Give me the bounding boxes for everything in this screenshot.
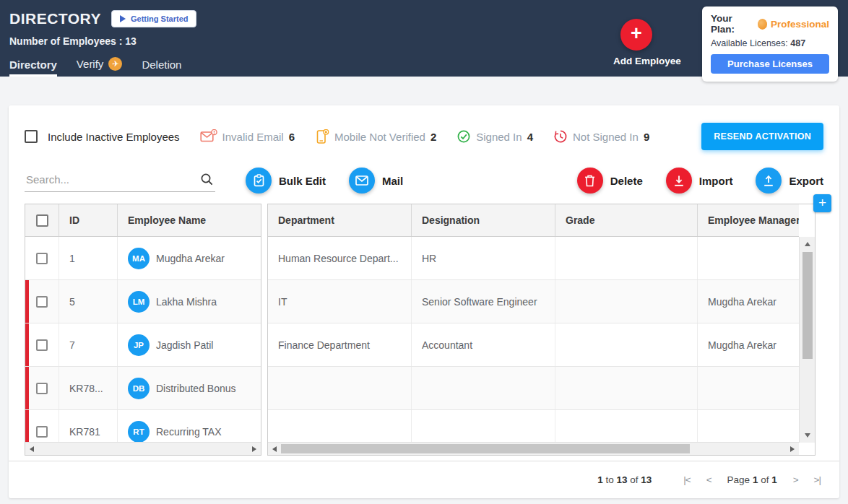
row-select-cell	[25, 410, 59, 442]
column-header-name[interactable]: Employee Name	[118, 204, 261, 236]
designation-cell: HR	[412, 237, 555, 279]
mobile-not-verified-icon	[315, 129, 329, 144]
employee-id-cell: 1	[59, 237, 118, 279]
purchase-licenses-button[interactable]: Purchase Licenses	[711, 54, 829, 74]
column-header-department[interactable]: Department	[268, 204, 412, 236]
search-input[interactable]	[25, 169, 215, 191]
tab-verify[interactable]: Verify ✈	[77, 57, 123, 77]
licenses-label: Available Licenses:	[711, 38, 788, 48]
table-right-pane: Department Designation Grade Employee Ma…	[267, 204, 815, 456]
table-row-right[interactable]: Finance DepartmentAccountantMugdha Areka…	[268, 323, 799, 367]
table-row[interactable]: KR78...DBDistributed Bonus	[25, 367, 261, 410]
plus-icon[interactable]: +	[620, 19, 652, 51]
avatar: LM	[128, 291, 150, 313]
signed-in-label: Signed In	[476, 131, 522, 143]
employee-name-cell: MAMugdha Arekar	[118, 237, 261, 279]
scroll-down-icon[interactable]	[805, 433, 810, 438]
designation-cell: Accountant	[412, 323, 555, 366]
mobile-not-verified-label: Mobile Not Verified	[334, 131, 425, 143]
resend-activation-button[interactable]: RESEND ACTIVATION	[701, 123, 823, 150]
employee-name: Distributed Bonus	[156, 383, 236, 394]
employee-name: Lakha Mishra	[156, 296, 217, 308]
airplane-icon: ✈	[108, 57, 122, 71]
row-checkbox[interactable]	[36, 426, 48, 438]
column-header-id[interactable]: ID	[59, 204, 118, 236]
grade-cell	[555, 367, 698, 409]
manager-cell	[698, 237, 799, 279]
prev-page-icon[interactable]: <	[706, 474, 711, 485]
mobile-not-verified-count: 2	[431, 131, 436, 143]
row-checkbox[interactable]	[36, 253, 48, 264]
table-header-right: Department Designation Grade Employee Ma…	[268, 204, 799, 237]
invalid-email-count: 6	[289, 131, 295, 143]
add-column-button[interactable]: +	[813, 194, 831, 212]
vertical-scroll-thumb[interactable]	[802, 252, 813, 359]
scroll-up-icon[interactable]	[805, 242, 810, 246]
table-row-right[interactable]: Human Resource Depart...HR	[268, 237, 799, 280]
scroll-right-icon[interactable]	[252, 446, 256, 452]
scroll-left-icon[interactable]	[30, 446, 34, 452]
not-signed-in-count: 9	[644, 131, 649, 143]
invalid-email-stat[interactable]: Invalid Email 6	[200, 129, 295, 144]
getting-started-button[interactable]: Getting Started	[111, 10, 196, 27]
directory-card: Include Inactive Employees Invalid Email…	[9, 105, 839, 498]
delete-button[interactable]: Delete	[577, 168, 643, 194]
search-icon[interactable]	[200, 173, 214, 186]
next-page-icon[interactable]: >	[793, 474, 798, 485]
scroll-right-icon[interactable]	[790, 446, 795, 452]
table-row[interactable]: 5LMLakha Mishra	[25, 280, 261, 323]
mobile-not-verified-stat[interactable]: Mobile Not Verified 2	[315, 129, 436, 144]
scroll-left-icon[interactable]	[272, 446, 277, 452]
tab-directory[interactable]: Directory	[9, 58, 57, 77]
export-button[interactable]: Export	[756, 168, 823, 194]
table-row[interactable]: 1MAMugdha Arekar	[25, 237, 261, 280]
filter-row: Include Inactive Employees Invalid Email…	[9, 105, 839, 150]
import-arrow-icon	[666, 168, 692, 194]
row-select-cell	[25, 237, 59, 279]
employee-name: Recurring TAX	[156, 426, 222, 438]
signed-in-stat[interactable]: Signed In 4	[457, 129, 533, 144]
signed-in-icon	[457, 129, 471, 144]
department-cell	[268, 367, 412, 409]
row-checkbox[interactable]	[36, 339, 48, 351]
pagination: |< < Page 1 of 1 > >|	[683, 474, 821, 485]
tab-deletion[interactable]: Deletion	[142, 58, 181, 77]
manager-cell	[698, 367, 799, 409]
horizontal-scroll-thumb[interactable]	[281, 444, 690, 453]
table-row-right[interactable]	[268, 367, 799, 410]
not-signed-in-icon	[553, 129, 568, 144]
row-checkbox[interactable]	[36, 383, 48, 394]
department-cell	[268, 410, 412, 442]
last-page-icon[interactable]: >|	[814, 474, 821, 485]
first-page-icon[interactable]: |<	[683, 474, 690, 485]
invalid-email-icon	[200, 129, 217, 144]
mail-button[interactable]: Mail	[349, 168, 403, 194]
table-row[interactable]: 7JPJagdish Patil	[25, 323, 261, 367]
right-horizontal-scrollbar[interactable]	[268, 442, 799, 455]
getting-started-label: Getting Started	[131, 14, 188, 23]
employee-name: Mugdha Arekar	[156, 253, 225, 264]
not-signed-in-stat[interactable]: Not Signed In 9	[553, 129, 649, 144]
licenses-count: 487	[790, 38, 805, 48]
import-button[interactable]: Import	[666, 168, 733, 194]
include-inactive-checkbox[interactable]	[25, 130, 38, 143]
table-row[interactable]: KR781RTRecurring TAX	[25, 410, 261, 442]
table-row-right[interactable]	[268, 410, 799, 442]
select-all-checkbox[interactable]	[36, 214, 48, 227]
table-header: ID Employee Name	[25, 204, 261, 237]
vertical-scrollbar[interactable]	[799, 237, 815, 443]
avatar: JP	[128, 334, 150, 356]
page-title: DIRECTORY	[9, 10, 101, 27]
row-checkbox[interactable]	[36, 296, 48, 308]
employee-count-value: 13	[125, 35, 137, 47]
column-header-grade[interactable]: Grade	[555, 204, 698, 236]
employee-count-label: Number of Employees :	[9, 35, 122, 47]
column-header-manager[interactable]: Employee Manager	[698, 204, 799, 236]
header-tabs: Directory Verify ✈ Deletion	[9, 57, 181, 77]
column-header-designation[interactable]: Designation	[412, 204, 555, 236]
left-horizontal-scrollbar[interactable]	[25, 442, 261, 455]
employee-id-cell: KR781	[59, 410, 118, 442]
table-row-right[interactable]: ITSenior Software EngineerMugdha Arekar	[268, 280, 799, 323]
add-employee-button[interactable]: + Add Employee	[613, 19, 659, 66]
bulk-edit-button[interactable]: Bulk Edit	[246, 168, 326, 194]
